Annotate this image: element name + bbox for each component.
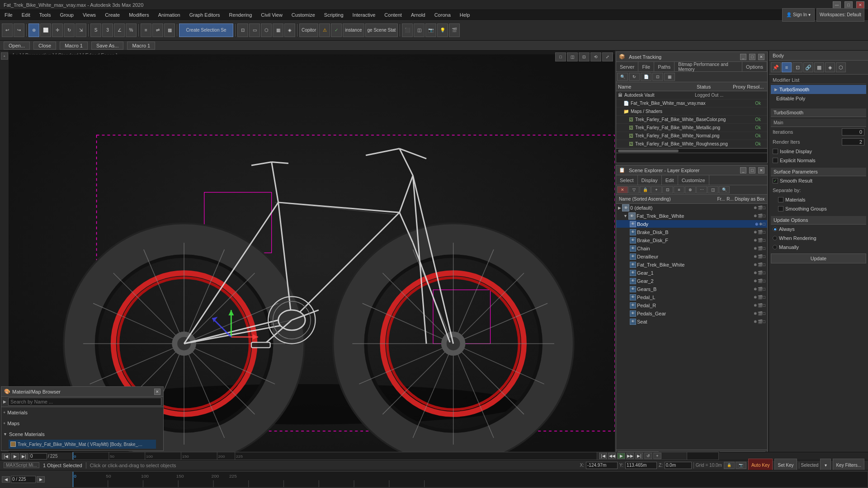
asset-tab-server[interactable]: Server — [616, 62, 638, 71]
ge-scene-btn[interactable]: ge Scene Stat — [365, 23, 398, 37]
modifier-item-turbosmooth[interactable]: ▶ TurboSmooth — [771, 85, 866, 94]
toolbar-render-btn[interactable]: 🎬 — [449, 23, 460, 37]
create-selection-btn[interactable]: Create Selection Se — [179, 23, 233, 37]
scene-tb-btn-6[interactable]: ⋯ — [696, 186, 707, 193]
mat-search-expand[interactable]: ▶ — [3, 399, 6, 404]
scene-tb-btn-5[interactable]: ⊕ — [685, 186, 696, 193]
menu-views[interactable]: Views — [78, 11, 100, 19]
scene-close-btn[interactable]: ✕ — [758, 167, 764, 174]
scene-tb-btn-8[interactable]: 🔍 — [719, 186, 730, 193]
scene-tab-edit[interactable]: Edit — [662, 175, 678, 185]
toolbar-cam-btn[interactable]: 📷 — [425, 23, 436, 37]
asset-minimize-btn[interactable]: _ — [740, 54, 746, 60]
scene-tb-btn-3[interactable]: ⊡ — [662, 186, 673, 193]
asset-row-vault[interactable]: 🏛 Autodesk Vault Logged Out ... — [616, 91, 767, 99]
asset-search-box[interactable] — [616, 153, 767, 163]
mod-icon-6[interactable]: ◈ — [825, 62, 835, 72]
menu-arnold[interactable]: Arnold — [406, 11, 430, 19]
row-freeze-icon-2[interactable]: ❄ — [754, 214, 757, 218]
move-btn[interactable]: ✛ — [52, 23, 63, 37]
coord-z-input[interactable] — [665, 462, 692, 469]
asset-tb-btn-4[interactable]: ⊡ — [652, 73, 663, 81]
row-render-icon[interactable]: 🎬 — [758, 206, 763, 210]
mat-scene-item-1[interactable]: Trek_Farley_Fat_Bike_White_Mat ( VRayMtl… — [9, 440, 156, 449]
iterations-input[interactable] — [842, 128, 864, 136]
close-file-btn[interactable]: Close — [33, 42, 56, 50]
menu-civil-view[interactable]: Civil View — [256, 11, 287, 19]
scene-tb-btn-1[interactable]: 🔒 — [640, 186, 651, 193]
named-sel-btn[interactable]: ⊡ — [237, 23, 248, 37]
copitor-btn[interactable]: Copitor — [299, 23, 318, 37]
scale-btn[interactable]: ⇲ — [75, 23, 86, 37]
scene-row-seat[interactable]: 👁 Seat ❄ 🎬 □ — [616, 318, 767, 326]
layer-vis-icon-2[interactable]: 👁 — [628, 212, 636, 220]
smooth-result-checkbox[interactable]: ✓ — [773, 178, 778, 183]
asset-tb-btn-1[interactable]: 🔍 — [617, 73, 628, 81]
asset-row-basecolor[interactable]: 🖼 Trek_Farley_Fat_Bike_White_BaseColor.p… — [616, 116, 767, 124]
save-as-btn[interactable]: Save As... — [91, 42, 124, 50]
vp-nav-btn-2[interactable]: ◫ — [567, 52, 578, 61]
mod-icon-3[interactable]: ⊡ — [793, 62, 802, 72]
minimize-btn[interactable]: — — [833, 1, 841, 9]
asset-row-roughness[interactable]: 🖼 Trek_Farley_Fat_Bike_White_Roughness.p… — [616, 140, 767, 148]
asset-restore-btn[interactable]: □ — [749, 54, 755, 60]
select-btn[interactable]: ⊕ — [28, 23, 39, 37]
snap-3d-btn[interactable]: 3 — [102, 23, 113, 37]
obj-vis-icon-2[interactable]: 👁 — [630, 229, 636, 235]
smoothing-groups-checkbox[interactable] — [778, 206, 783, 211]
asset-tab-options[interactable]: Options — [742, 62, 767, 71]
menu-help[interactable]: Help — [455, 11, 475, 19]
scene-row-body[interactable]: 👁 Body ⊕ ❄ □ — [616, 220, 767, 228]
array-btn[interactable]: ▦ — [164, 23, 175, 37]
row-render-icon-2[interactable]: 🎬 — [758, 214, 763, 218]
scene-row-gear2[interactable]: 👁 Gear_2 ❄ 🎬 □ — [616, 277, 767, 285]
asset-row-maps-folder[interactable]: 📁 Maps / Shaders — [616, 108, 767, 116]
redo-btn[interactable]: ↪ — [14, 23, 24, 37]
materials-checkbox[interactable] — [778, 197, 783, 202]
scene-row-chain[interactable]: 👁 Chain ❄ 🎬 □ — [616, 244, 767, 253]
instance-btn[interactable]: instance — [343, 23, 364, 37]
asset-scrollbar-h[interactable] — [616, 148, 767, 153]
scene-tb-btn-2[interactable]: + — [651, 186, 662, 193]
open-btn[interactable]: Open... — [4, 42, 30, 50]
mod-icon-pin[interactable]: 📌 — [771, 62, 781, 72]
timeline-prev-btn[interactable]: ◀ — [2, 476, 10, 483]
when-rendering-radio[interactable] — [773, 236, 777, 240]
menu-modifiers[interactable]: Modifiers — [124, 11, 154, 19]
menu-create[interactable]: Create — [100, 11, 124, 19]
scene-tab-display[interactable]: Display — [638, 175, 662, 185]
material-btn[interactable]: ◈ — [284, 23, 295, 37]
anim-next-btn[interactable]: ▶| — [20, 453, 28, 460]
body-box-icon[interactable]: □ — [763, 222, 765, 226]
coord-x-input[interactable] — [586, 462, 618, 469]
mat-materials-header[interactable]: + Materials — [3, 408, 161, 417]
menu-edit[interactable]: Edit — [17, 11, 35, 19]
layer-vis-icon[interactable]: 👁 — [622, 204, 629, 211]
render-iters-input[interactable] — [842, 138, 864, 145]
scene-row-brake-b[interactable]: 👁 Brake_Disk_B ❄ 🎬 □ — [616, 228, 767, 236]
scene-row-bike-layer[interactable]: ▼ 👁 Fat_Trek_Bike_White ❄ 🎬 □ — [616, 212, 767, 220]
menu-interactive[interactable]: Interactive — [348, 11, 380, 19]
close-btn[interactable]: ✕ — [856, 1, 864, 9]
scene-tb-btn-4[interactable]: ≡ — [674, 186, 684, 193]
menu-corona[interactable]: Corona — [430, 11, 455, 19]
row-box-icon-2[interactable]: □ — [763, 214, 765, 218]
scene-row-brake-f[interactable]: 👁 Brake_Disk_F ❄ 🎬 □ — [616, 236, 767, 244]
scene-restore-btn[interactable]: □ — [749, 167, 755, 174]
asset-row-metallic[interactable]: 🖼 Trek_Farley_Fat_Bike_White_Metallic.pn… — [616, 124, 767, 132]
scene-row-derailleur[interactable]: 👁 Derailleur ❄ 🎬 □ — [616, 253, 767, 261]
manually-radio[interactable] — [773, 245, 777, 249]
timeline-ruler[interactable]: 0 50 100 150 200 225 — [72, 471, 868, 488]
mod-icon-5[interactable]: ▦ — [814, 62, 824, 72]
mirror-btn[interactable]: ⇌ — [152, 23, 163, 37]
menu-graph-editors[interactable]: Graph Editors — [185, 11, 225, 19]
menu-group[interactable]: Group — [55, 11, 78, 19]
scene-row-pedal-l[interactable]: 👁 Pedal_L ❄ 🎬 □ — [616, 293, 767, 301]
scene-row-pedal-r[interactable]: 👁 Pedal_R ❄ 🎬 □ — [616, 301, 767, 310]
update-btn[interactable]: Update — [771, 253, 866, 263]
scene-tab-customize[interactable]: Customize — [678, 175, 709, 185]
asset-tb-btn-3[interactable]: 📄 — [641, 73, 651, 81]
toolbar-grid-btn[interactable]: ⬛ — [402, 23, 413, 37]
asset-tab-file[interactable]: File — [638, 62, 654, 71]
scene-tb-filter[interactable]: ▽ — [628, 186, 639, 193]
